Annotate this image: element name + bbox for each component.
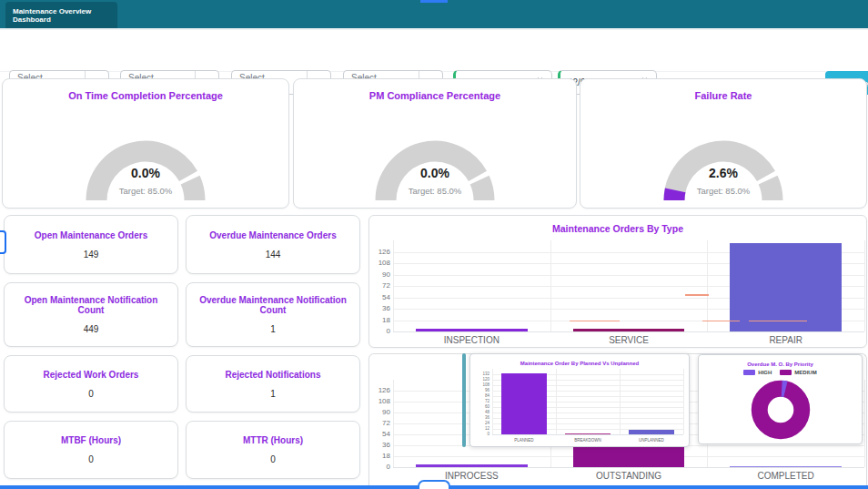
bottom-tab-handle[interactable] [418, 480, 450, 489]
y-axis-tick: 90 [371, 270, 390, 279]
gridline [492, 434, 683, 435]
kpi-card-mtbf-hours-: MTBF (Hours)0 [4, 421, 178, 479]
donut [750, 379, 812, 444]
legend-swatch [780, 370, 792, 375]
y-axis-tick: 60 [470, 404, 490, 409]
y-axis-tick: 126 [371, 248, 390, 256]
y-axis-tick: 126 [371, 386, 390, 394]
bar-inspection [416, 329, 528, 332]
gauge-title: Failure Rate [580, 90, 866, 101]
plot-gridline-vertical [393, 380, 394, 467]
x-axis-label: SERVICE [550, 335, 708, 345]
legend-label: HIGH [758, 370, 772, 375]
kpi-value: 1 [270, 324, 276, 334]
y-axis-tick: 72 [371, 281, 390, 290]
kpi-label: MTTR (Hours) [232, 435, 314, 445]
y-axis-tick: 96 [470, 388, 490, 392]
dash-marker [749, 321, 808, 322]
dash-marker [685, 294, 709, 296]
kpi-label: Open Maintenance Notification Count [5, 295, 177, 315]
gauge-card-3: Failure Rate2.6%Target: 85.0% [580, 78, 867, 209]
x-axis-label: INSPECTION [393, 335, 550, 345]
bar-unplanned [629, 430, 674, 435]
bar-planned [501, 373, 547, 435]
kpi-label: Rejected Work Orders [33, 370, 150, 380]
kpi-value: 0 [270, 454, 276, 464]
x-axis-label: UNPLANNED [620, 438, 683, 443]
kpi-card-overdue-maintenance-orders: Overdue Maintenance Orders144 [186, 215, 360, 274]
kpi-label: Overdue Maintenance Orders [198, 230, 348, 240]
y-axis-tick: 48 [470, 410, 490, 414]
bar-breakdown [565, 433, 611, 435]
x-axis-label: INPROCESS [393, 471, 550, 481]
kpi-label: Rejected Notifications [214, 370, 331, 380]
kpi-value: 0 [88, 389, 94, 399]
bar-inprocess [416, 464, 528, 467]
gauge-target: Target: 85.0% [294, 186, 576, 196]
plot-gridline-vertical [556, 369, 557, 434]
plot-gridline-vertical [683, 369, 684, 434]
filter-bar: Analyze Select WorkcenterSelect Workstat… [0, 28, 868, 72]
bar-outstanding [573, 444, 685, 467]
y-axis-tick: 54 [371, 430, 390, 438]
gauge-card-1: On Time Completion Percentage0.0%Target:… [2, 78, 289, 209]
y-axis-tick: 90 [371, 408, 390, 416]
kpi-value: 149 [84, 250, 99, 260]
dash-marker [570, 321, 619, 322]
gauge-target: Target: 85.0% [580, 186, 866, 196]
kpi-card-mttr-hours-: MTTR (Hours)0 [186, 421, 360, 479]
kpi-value: 1 [270, 389, 276, 399]
tab-maintenance-overview-dashboard[interactable]: Maintenance Overview Dashboard [5, 2, 117, 28]
plot-gridline-vertical [864, 380, 865, 467]
vertical-scrollbar-thumb[interactable] [462, 353, 466, 447]
y-axis-tick: 36 [371, 304, 390, 312]
y-axis-tick: 72 [470, 399, 490, 403]
kpi-label: Overdue Maintenance Notification Count [187, 295, 359, 315]
kpi-label: Open Maintenance Orders [24, 230, 158, 240]
y-axis-tick: 36 [470, 415, 490, 420]
y-axis-tick: 24 [470, 421, 490, 425]
y-axis-tick: 18 [371, 452, 390, 460]
app-header: Maintenance Overview Dashboard [0, 0, 868, 28]
x-axis-label: BREAKDOWN [556, 438, 620, 443]
top-edge-accent [420, 0, 448, 3]
dashboard-page: Maintenance Overview Dashboard Analyze S… [0, 0, 868, 489]
chart-title: Overdue M. O. By Priority [699, 362, 862, 367]
kpi-value: 0 [88, 454, 94, 464]
left-edge-handle[interactable] [0, 230, 6, 254]
y-axis-tick: 36 [371, 441, 390, 449]
x-axis-label: REPAIR [707, 335, 864, 345]
overdue-by-priority-chart: Overdue M. O. By Priority HIGHMEDIUM [698, 354, 863, 444]
y-axis-tick: 0 [470, 432, 490, 436]
kpi-label: MTBF (Hours) [50, 435, 132, 445]
kpi-card-rejected-notifications: Rejected Notifications1 [186, 355, 360, 413]
y-axis-tick: 84 [470, 393, 490, 398]
plot-gridline-vertical [864, 240, 865, 331]
x-axis-label: PLANNED [492, 438, 556, 443]
gauge-value: 0.0% [3, 166, 288, 180]
gridline [393, 467, 864, 468]
kpi-card-rejected-work-orders: Rejected Work Orders0 [4, 355, 178, 413]
kpi-card-open-maintenance-notification-count: Open Maintenance Notification Count449 [4, 282, 178, 347]
y-axis-tick: 12 [470, 426, 490, 431]
x-axis-label: COMPLETED [707, 471, 864, 481]
y-axis-tick: 108 [470, 382, 490, 387]
chart-title: Maintenance Orders By Type [369, 223, 866, 234]
gridline [393, 331, 864, 332]
plot-gridline-vertical [393, 240, 394, 331]
y-axis-tick: 120 [470, 377, 490, 382]
plot-gridline-vertical [550, 240, 551, 331]
x-axis-label: OUTSTANDING [550, 471, 708, 481]
y-axis-tick: 132 [470, 372, 490, 376]
plot-gridline-vertical [620, 369, 621, 434]
gauge-value: 0.0% [294, 166, 576, 180]
y-axis-tick: 54 [371, 293, 390, 301]
bar-repair [730, 243, 842, 331]
legend-item-medium: MEDIUM [780, 370, 816, 375]
bar-service [573, 329, 685, 331]
y-axis-tick: 18 [371, 316, 390, 324]
y-axis-tick: 0 [371, 327, 390, 335]
y-axis-tick: 0 [371, 463, 390, 471]
legend-swatch [743, 370, 755, 375]
kpi-card-overdue-maintenance-notification-count: Overdue Maintenance Notification Count1 [186, 282, 360, 347]
